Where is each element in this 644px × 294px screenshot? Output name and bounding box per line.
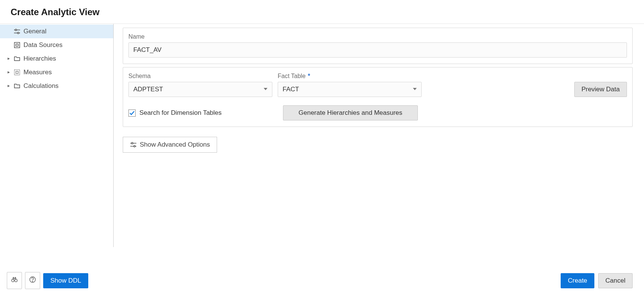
datasource-icon [14, 42, 20, 48]
show-advanced-options-button[interactable]: Show Advanced Options [123, 137, 217, 153]
sidebar-item-general[interactable]: General [0, 25, 113, 38]
fact-table-select[interactable]: FACT [278, 82, 422, 97]
sidebar-item-calculations[interactable]: Calculations [0, 79, 113, 93]
main-panel: Name Schema ADPTEST [114, 24, 644, 247]
search-dimension-checkbox[interactable] [128, 109, 136, 117]
schema-select-value: ADPTEST [133, 86, 163, 93]
svg-marker-10 [8, 85, 10, 87]
show-ddl-button[interactable]: Show DDL [43, 273, 88, 288]
sidebar-item-data-sources[interactable]: Data Sources [0, 38, 113, 52]
help-button[interactable] [25, 272, 40, 289]
advanced-options-label: Show Advanced Options [140, 141, 210, 149]
sidebar-item-label: Hierarchies [23, 55, 56, 63]
svg-marker-7 [8, 71, 10, 74]
svg-point-1 [15, 29, 17, 31]
find-button[interactable] [7, 272, 22, 289]
sliders-icon [14, 28, 20, 35]
svg-point-17 [12, 279, 14, 282]
sidebar-item-hierarchies[interactable]: Hierarchies [0, 52, 113, 66]
dialog-title: Create Analytic View [11, 7, 644, 17]
svg-rect-9 [16, 71, 18, 74]
sidebar-item-label: Measures [23, 69, 52, 76]
schema-select[interactable]: ADPTEST [128, 82, 272, 97]
svg-rect-5 [16, 44, 18, 46]
footer-bar: Show DDL Create Cancel [0, 267, 644, 294]
create-button[interactable]: Create [561, 273, 594, 288]
svg-point-18 [15, 279, 17, 282]
fact-table-select-value: FACT [283, 86, 299, 93]
svg-rect-8 [14, 70, 20, 75]
sidebar-item-label: Data Sources [23, 41, 63, 49]
svg-point-14 [131, 142, 133, 144]
schema-panel: Schema ADPTEST Fact Table * [123, 67, 633, 127]
svg-marker-6 [8, 58, 10, 60]
folder-icon [14, 55, 20, 62]
required-asterisk: * [308, 73, 310, 80]
svg-point-16 [134, 145, 135, 147]
caret-icon [7, 57, 11, 61]
measures-icon [14, 69, 20, 76]
dialog-header: Create Analytic View [0, 0, 644, 23]
preview-data-button[interactable]: Preview Data [574, 82, 627, 97]
name-input[interactable] [128, 42, 627, 58]
fact-table-label-text: Fact Table [278, 73, 306, 80]
sidebar: General Data Sources Hierarchies [0, 24, 114, 247]
dialog-body: General Data Sources Hierarchies [0, 23, 644, 247]
generate-hierarchies-button[interactable]: Generate Hierarchies and Measures [283, 105, 418, 120]
svg-point-3 [17, 32, 19, 34]
name-label: Name [128, 33, 627, 40]
sidebar-item-label: Calculations [23, 82, 59, 90]
fact-table-label: Fact Table * [278, 73, 422, 80]
folder-icon [14, 83, 20, 89]
search-dimension-label: Search for Dimension Tables [139, 109, 222, 117]
cancel-button[interactable]: Cancel [598, 273, 633, 288]
sliders-icon [130, 141, 137, 148]
caret-icon [7, 84, 11, 88]
help-icon [29, 276, 36, 285]
schema-label: Schema [128, 73, 272, 80]
binoculars-icon [11, 276, 18, 285]
svg-rect-4 [14, 42, 20, 48]
name-panel: Name [123, 28, 633, 64]
sidebar-item-label: General [23, 28, 46, 35]
svg-point-20 [32, 281, 33, 281]
sidebar-item-measures[interactable]: Measures [0, 66, 113, 79]
caret-icon [7, 70, 11, 74]
